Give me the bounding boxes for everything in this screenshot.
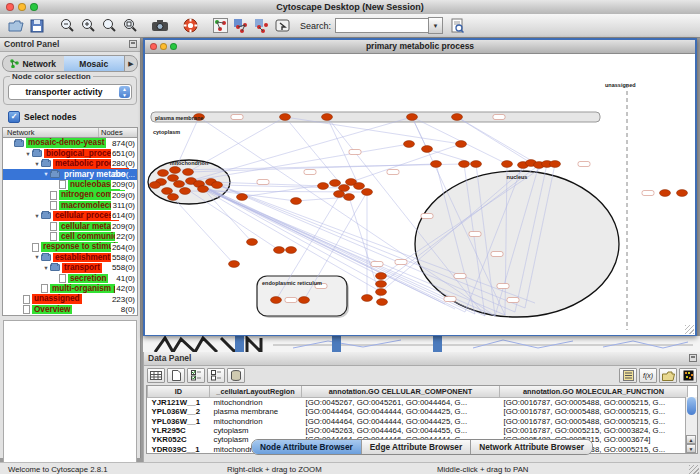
zoom-fit-button[interactable]: [99, 16, 119, 36]
minimize-view-button[interactable]: [160, 43, 167, 50]
tree-row[interactable]: nitrogen compo209(0): [3, 190, 137, 200]
tree-row[interactable]: multi-organism pro42(0): [3, 283, 137, 293]
graph-node[interactable]: [174, 181, 185, 188]
zoom-out-button[interactable]: [57, 16, 77, 36]
graph-node[interactable]: [318, 183, 329, 190]
graph-node[interactable]: [286, 247, 297, 254]
graph-node[interactable]: [431, 161, 442, 168]
table-column-header[interactable]: annotation.GO CELLULAR_COMPONENT: [302, 386, 500, 398]
node-color-dropdown[interactable]: transporter activity ▲▼: [8, 84, 132, 100]
heatmap-button[interactable]: [679, 368, 697, 383]
graph-node[interactable]: [502, 161, 513, 168]
graph-node[interactable]: [452, 114, 463, 121]
open-session-button[interactable]: [6, 16, 26, 36]
graph-node[interactable]: [344, 194, 355, 201]
graph-node[interactable]: [170, 167, 181, 174]
graph-edge[interactable]: [457, 117, 531, 163]
tree-row[interactable]: ▼establishment of lo558(0): [3, 252, 137, 262]
graph-node[interactable]: [150, 182, 161, 189]
network-overview-button[interactable]: [210, 16, 230, 36]
graph-node[interactable]: [334, 191, 345, 198]
table-column-header[interactable]: _cellularLayoutRegion: [210, 386, 302, 398]
float-panel-icon[interactable]: [129, 40, 137, 48]
graph-node[interactable]: [322, 114, 333, 121]
graph-node[interactable]: [422, 146, 433, 153]
zoom-window-button[interactable]: [30, 3, 38, 11]
help-button[interactable]: [180, 16, 200, 36]
graph-node[interactable]: [247, 239, 258, 246]
graph-node[interactable]: [407, 114, 418, 121]
zoom-view-button[interactable]: [170, 43, 177, 50]
network-window-titlebar[interactable]: primary metabolic process: [145, 40, 695, 54]
graph-edge[interactable]: [188, 117, 285, 172]
scrollbar-thumb[interactable]: [687, 397, 696, 415]
network-canvas[interactable]: plasma membrane cytoplasm mitochondrion …: [145, 54, 695, 335]
select-all-attributes-button[interactable]: [187, 368, 205, 383]
delete-attribute-button[interactable]: [227, 368, 245, 383]
graph-node[interactable]: [376, 289, 387, 296]
graph-node[interactable]: [280, 114, 291, 121]
tree-row[interactable]: ▼transport558(0): [3, 263, 137, 273]
graph-node[interactable]: [212, 182, 223, 189]
advanced-search-button[interactable]: [447, 16, 467, 36]
table-row[interactable]: YPL036W__1mitochondrion[GO:0044464, GO:0…: [148, 417, 688, 426]
endoplasmic-reticulum-region[interactable]: [257, 276, 347, 316]
expander-icon[interactable]: ▼: [33, 161, 41, 167]
graph-node[interactable]: [330, 180, 341, 187]
new-network-from-selected-edges-button[interactable]: [252, 16, 272, 36]
graph-node[interactable]: [354, 183, 365, 190]
tree-row[interactable]: cell communicat22(0): [3, 232, 137, 242]
graph-edge[interactable]: [351, 144, 461, 182]
tree-row[interactable]: macromolecule311(0): [3, 200, 137, 210]
graph-node[interactable]: [376, 273, 387, 280]
graph-node[interactable]: [677, 190, 688, 197]
nucleus-region[interactable]: [415, 171, 619, 317]
snapshot-button[interactable]: [150, 16, 170, 36]
new-attribute-button[interactable]: [167, 368, 185, 383]
tree-row[interactable]: nucleobase-209(0): [3, 180, 137, 190]
expander-icon[interactable]: ▼: [33, 213, 41, 219]
graph-node[interactable]: [168, 194, 179, 201]
graph-node[interactable]: [471, 161, 482, 168]
graph-node[interactable]: [339, 185, 350, 192]
graph-node[interactable]: [459, 161, 470, 168]
graph-node[interactable]: [237, 194, 248, 201]
graph-node[interactable]: [198, 186, 209, 193]
tree-row[interactable]: Overview8(0): [3, 304, 137, 314]
graph-node[interactable]: [194, 114, 205, 121]
graph-node[interactable]: [271, 297, 282, 304]
unselect-all-attributes-button[interactable]: [207, 368, 225, 383]
table-row[interactable]: YPL036W__2plasma membrane[GO:0044464, GO…: [148, 407, 688, 416]
tab-mosaic[interactable]: Mosaic: [64, 56, 125, 71]
import-attributes-button[interactable]: [659, 368, 677, 383]
expander-icon[interactable]: ▼: [33, 254, 41, 260]
zoom-selected-button[interactable]: [120, 16, 140, 36]
graph-node[interactable]: [376, 281, 387, 288]
expander-icon[interactable]: ▼: [42, 171, 50, 177]
graph-edge[interactable]: [191, 144, 409, 181]
search-dropdown-button[interactable]: ▼: [428, 17, 443, 34]
graph-node[interactable]: [180, 188, 191, 195]
minimize-window-button[interactable]: [18, 3, 26, 11]
graph-edge[interactable]: [296, 197, 349, 201]
tree-row[interactable]: response to stimul264(0): [3, 242, 137, 252]
expander-icon[interactable]: ▼: [42, 265, 50, 271]
graph-node[interactable]: [404, 141, 415, 148]
select-nodes-checkbox[interactable]: ✓: [8, 111, 20, 123]
graph-edge[interactable]: [457, 117, 539, 165]
tree-row[interactable]: ▼primary metabo209(...: [3, 169, 137, 179]
float-panel-icon[interactable]: [689, 354, 697, 362]
graph-node[interactable]: [299, 297, 310, 304]
tree-row[interactable]: unassigned223(0): [3, 294, 137, 304]
formula-button[interactable]: f(x): [639, 368, 657, 383]
graph-node[interactable]: [660, 190, 671, 197]
close-view-button[interactable]: [150, 43, 157, 50]
search-input[interactable]: [335, 18, 428, 33]
new-network-from-selected-nodes-button[interactable]: [231, 16, 251, 36]
table-row[interactable]: YJR121W__1mitochondrion[GO:0045267, GO:0…: [148, 398, 688, 408]
attribute-list-button[interactable]: [619, 368, 637, 383]
graph-node[interactable]: [550, 161, 561, 168]
graph-node[interactable]: [377, 299, 388, 306]
table-column-header[interactable]: ID: [148, 386, 210, 398]
expander-icon[interactable]: ▼: [24, 151, 32, 157]
